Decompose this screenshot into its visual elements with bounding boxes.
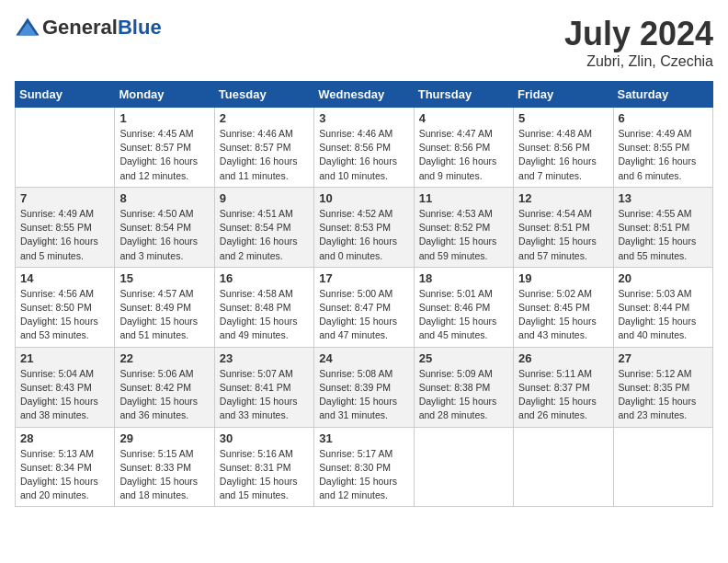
day-number: 9	[220, 191, 309, 205]
calendar-cell: 1Sunrise: 4:45 AM Sunset: 8:57 PM Daylig…	[115, 108, 214, 188]
day-number: 4	[419, 111, 508, 125]
day-number: 20	[619, 271, 708, 285]
calendar-week-2: 7Sunrise: 4:49 AM Sunset: 8:55 PM Daylig…	[16, 187, 713, 267]
day-number: 18	[419, 271, 508, 285]
day-number: 25	[419, 351, 508, 365]
day-number: 5	[518, 111, 608, 125]
day-number: 14	[20, 271, 109, 285]
day-info: Sunrise: 4:51 AM Sunset: 8:54 PM Dayligh…	[220, 207, 309, 263]
calendar-cell: 29Sunrise: 5:15 AM Sunset: 8:33 PM Dayli…	[115, 427, 214, 507]
day-info: Sunrise: 5:16 AM Sunset: 8:31 PM Dayligh…	[220, 447, 309, 503]
calendar-cell: 20Sunrise: 5:03 AM Sunset: 8:44 PM Dayli…	[613, 267, 712, 347]
calendar-cell: 21Sunrise: 5:04 AM Sunset: 8:43 PM Dayli…	[16, 347, 115, 427]
day-number: 30	[220, 431, 309, 445]
calendar-week-4: 21Sunrise: 5:04 AM Sunset: 8:43 PM Dayli…	[16, 347, 713, 427]
day-info: Sunrise: 4:53 AM Sunset: 8:52 PM Dayligh…	[419, 207, 508, 263]
day-info: Sunrise: 5:13 AM Sunset: 8:34 PM Dayligh…	[20, 447, 109, 503]
day-info: Sunrise: 5:07 AM Sunset: 8:41 PM Dayligh…	[220, 367, 309, 423]
day-info: Sunrise: 5:09 AM Sunset: 8:38 PM Dayligh…	[419, 367, 508, 423]
calendar-cell	[16, 108, 115, 188]
title-block: July 2024 Zubri, Zlin, Czechia	[564, 15, 713, 70]
calendar-cell: 15Sunrise: 4:57 AM Sunset: 8:49 PM Dayli…	[115, 267, 214, 347]
day-number: 21	[20, 351, 109, 365]
calendar-cell: 4Sunrise: 4:47 AM Sunset: 8:56 PM Daylig…	[414, 108, 513, 188]
day-number: 23	[220, 351, 309, 365]
calendar-cell: 13Sunrise: 4:55 AM Sunset: 8:51 PM Dayli…	[613, 187, 712, 267]
day-number: 26	[518, 351, 608, 365]
day-number: 3	[319, 111, 408, 125]
day-info: Sunrise: 5:01 AM Sunset: 8:46 PM Dayligh…	[419, 287, 508, 343]
day-info: Sunrise: 4:58 AM Sunset: 8:48 PM Dayligh…	[220, 287, 309, 343]
location: Zubri, Zlin, Czechia	[564, 53, 713, 70]
day-info: Sunrise: 4:46 AM Sunset: 8:56 PM Dayligh…	[319, 127, 408, 183]
day-number: 10	[319, 191, 408, 205]
calendar-table: SundayMondayTuesdayWednesdayThursdayFrid…	[15, 81, 713, 507]
day-info: Sunrise: 4:49 AM Sunset: 8:55 PM Dayligh…	[20, 207, 109, 263]
calendar-cell: 19Sunrise: 5:02 AM Sunset: 8:45 PM Dayli…	[514, 267, 613, 347]
day-number: 29	[119, 431, 209, 445]
calendar-cell: 16Sunrise: 4:58 AM Sunset: 8:48 PM Dayli…	[214, 267, 313, 347]
day-info: Sunrise: 4:46 AM Sunset: 8:57 PM Dayligh…	[220, 127, 309, 183]
day-info: Sunrise: 4:47 AM Sunset: 8:56 PM Dayligh…	[419, 127, 508, 183]
calendar-cell: 24Sunrise: 5:08 AM Sunset: 8:39 PM Dayli…	[314, 347, 414, 427]
page-header: GeneralBlue July 2024 Zubri, Zlin, Czech…	[15, 15, 713, 70]
calendar-cell: 26Sunrise: 5:11 AM Sunset: 8:37 PM Dayli…	[514, 347, 613, 427]
calendar-cell	[613, 427, 712, 507]
day-info: Sunrise: 5:02 AM Sunset: 8:45 PM Dayligh…	[518, 287, 608, 343]
calendar-cell: 3Sunrise: 4:46 AM Sunset: 8:56 PM Daylig…	[314, 108, 414, 188]
day-number: 28	[20, 431, 109, 445]
calendar-cell: 25Sunrise: 5:09 AM Sunset: 8:38 PM Dayli…	[414, 347, 513, 427]
day-info: Sunrise: 4:54 AM Sunset: 8:51 PM Dayligh…	[518, 207, 608, 263]
day-info: Sunrise: 4:52 AM Sunset: 8:53 PM Dayligh…	[319, 207, 408, 263]
day-info: Sunrise: 4:56 AM Sunset: 8:50 PM Dayligh…	[20, 287, 109, 343]
day-number: 19	[518, 271, 608, 285]
day-number: 12	[518, 191, 608, 205]
day-header-thursday: Thursday	[414, 82, 513, 108]
calendar-week-5: 28Sunrise: 5:13 AM Sunset: 8:34 PM Dayli…	[16, 427, 713, 507]
day-info: Sunrise: 5:00 AM Sunset: 8:47 PM Dayligh…	[319, 287, 408, 343]
logo: GeneralBlue	[15, 15, 162, 40]
day-info: Sunrise: 5:04 AM Sunset: 8:43 PM Dayligh…	[20, 367, 109, 423]
day-info: Sunrise: 4:57 AM Sunset: 8:49 PM Dayligh…	[119, 287, 209, 343]
day-info: Sunrise: 4:50 AM Sunset: 8:54 PM Dayligh…	[119, 207, 209, 263]
day-header-sunday: Sunday	[16, 82, 115, 108]
calendar-cell: 22Sunrise: 5:06 AM Sunset: 8:42 PM Dayli…	[115, 347, 214, 427]
day-number: 7	[20, 191, 109, 205]
day-number: 17	[319, 271, 408, 285]
calendar-cell: 2Sunrise: 4:46 AM Sunset: 8:57 PM Daylig…	[214, 108, 313, 188]
day-info: Sunrise: 5:15 AM Sunset: 8:33 PM Dayligh…	[119, 447, 209, 503]
calendar-cell: 23Sunrise: 5:07 AM Sunset: 8:41 PM Dayli…	[214, 347, 313, 427]
calendar-cell: 18Sunrise: 5:01 AM Sunset: 8:46 PM Dayli…	[414, 267, 513, 347]
day-info: Sunrise: 5:03 AM Sunset: 8:44 PM Dayligh…	[619, 287, 708, 343]
day-number: 11	[419, 191, 508, 205]
day-number: 22	[119, 351, 209, 365]
day-number: 24	[319, 351, 408, 365]
day-header-friday: Friday	[514, 82, 613, 108]
logo-text: GeneralBlue	[42, 16, 162, 40]
calendar-cell: 10Sunrise: 4:52 AM Sunset: 8:53 PM Dayli…	[314, 187, 414, 267]
calendar-cell: 28Sunrise: 5:13 AM Sunset: 8:34 PM Dayli…	[16, 427, 115, 507]
day-number: 15	[119, 271, 209, 285]
day-number: 13	[619, 191, 708, 205]
day-number: 8	[119, 191, 209, 205]
day-header-saturday: Saturday	[613, 82, 712, 108]
calendar-cell: 31Sunrise: 5:17 AM Sunset: 8:30 PM Dayli…	[314, 427, 414, 507]
month-title: July 2024	[564, 15, 713, 53]
calendar-cell: 5Sunrise: 4:48 AM Sunset: 8:56 PM Daylig…	[514, 108, 613, 188]
logo-icon	[15, 15, 40, 40]
day-header-monday: Monday	[115, 82, 214, 108]
day-number: 1	[119, 111, 209, 125]
calendar-cell: 12Sunrise: 4:54 AM Sunset: 8:51 PM Dayli…	[514, 187, 613, 267]
calendar-header-row: SundayMondayTuesdayWednesdayThursdayFrid…	[16, 82, 713, 108]
day-info: Sunrise: 4:49 AM Sunset: 8:55 PM Dayligh…	[619, 127, 708, 183]
calendar-cell: 27Sunrise: 5:12 AM Sunset: 8:35 PM Dayli…	[613, 347, 712, 427]
day-info: Sunrise: 4:45 AM Sunset: 8:57 PM Dayligh…	[119, 127, 209, 183]
calendar-cell: 6Sunrise: 4:49 AM Sunset: 8:55 PM Daylig…	[613, 108, 712, 188]
calendar-cell: 17Sunrise: 5:00 AM Sunset: 8:47 PM Dayli…	[314, 267, 414, 347]
day-info: Sunrise: 4:55 AM Sunset: 8:51 PM Dayligh…	[619, 207, 708, 263]
calendar-week-3: 14Sunrise: 4:56 AM Sunset: 8:50 PM Dayli…	[16, 267, 713, 347]
day-number: 2	[220, 111, 309, 125]
calendar-cell: 30Sunrise: 5:16 AM Sunset: 8:31 PM Dayli…	[214, 427, 313, 507]
calendar-cell	[514, 427, 613, 507]
calendar-cell: 8Sunrise: 4:50 AM Sunset: 8:54 PM Daylig…	[115, 187, 214, 267]
